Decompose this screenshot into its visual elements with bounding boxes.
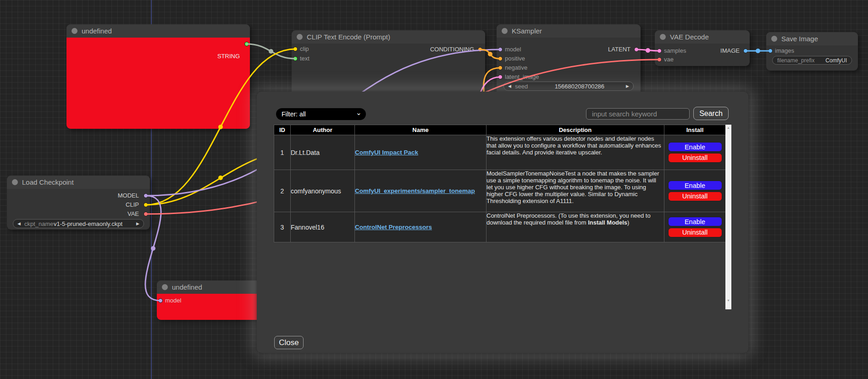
cell-name: ComfyUI Impact Pack	[355, 135, 487, 170]
link-midpoint-dot	[218, 176, 223, 180]
node-header: undefined	[157, 280, 262, 294]
output-label: MODEL	[118, 192, 139, 199]
collapse-dot-icon[interactable]	[297, 34, 303, 40]
cell-install: EnableUninstall	[664, 170, 726, 212]
input-label: samples	[664, 47, 686, 55]
input-label: negative	[505, 64, 527, 71]
cell-id: 3	[274, 212, 291, 242]
scrollbar-up-icon[interactable]: ▲	[725, 126, 731, 129]
collapse-dot-icon[interactable]	[771, 36, 777, 42]
link-midpoint-dot	[269, 49, 273, 54]
port-model-input[interactable]	[158, 298, 163, 303]
node-header: Load Checkpoint	[7, 176, 150, 189]
port-conditioning-output[interactable]	[478, 47, 482, 52]
output-label: IMAGE	[720, 47, 740, 55]
stepper-right-icon[interactable]: ▶	[136, 221, 139, 226]
extension-link[interactable]: ComfyUI Impact Pack	[355, 149, 418, 156]
port-positive-input[interactable]	[498, 56, 503, 61]
table-header-cell: Description	[487, 125, 664, 135]
close-button[interactable]: Close	[274, 336, 304, 349]
output-label: CONDITIONING	[430, 46, 474, 53]
enable-button[interactable]: Enable	[668, 142, 722, 152]
collapse-dot-icon[interactable]	[502, 28, 508, 34]
port-clip-output[interactable]	[144, 203, 148, 207]
input-label: images	[775, 47, 794, 55]
collapse-dot-icon[interactable]	[12, 179, 18, 185]
port-negative-input[interactable]	[498, 66, 503, 70]
node-title: KSampler	[512, 27, 542, 35]
stepper-left-icon[interactable]: ◀	[508, 84, 511, 88]
port-clip-input[interactable]	[293, 47, 298, 51]
comfyui-canvas[interactable]: undefined STRING CLIP Text Encode (Promp…	[0, 0, 868, 379]
seed-stepper[interactable]: ◀ seed 156680208700286 ▶	[503, 82, 634, 91]
widget-value: ComfyUI	[825, 57, 847, 64]
filter-select[interactable]: Filter: all	[276, 108, 366, 120]
input-label: latent_image	[505, 73, 539, 81]
port-latent-image-input[interactable]	[498, 75, 503, 79]
cell-author: Fannovel16	[291, 212, 355, 242]
table-header-cell: ID	[274, 125, 291, 135]
cell-id: 1	[274, 135, 291, 170]
input-label: model	[505, 46, 521, 53]
cell-description: ModelSamplerTonemapNoiseTest a node that…	[487, 170, 664, 212]
node-vae-decode[interactable]: VAE Decode samples vae IMAGE	[655, 30, 750, 66]
collapse-dot-icon[interactable]	[162, 284, 168, 290]
widget-value: 156680208700286	[555, 83, 604, 90]
uninstall-button[interactable]: Uninstall	[668, 153, 722, 163]
table-scrollbar[interactable]: ▲ ▼	[725, 125, 731, 309]
node-load-checkpoint[interactable]: Load Checkpoint MODEL CLIP VAE ◀ ckpt_na…	[7, 176, 150, 230]
input-label: vae	[664, 56, 674, 63]
node-title: CLIP Text Encode (Prompt)	[307, 33, 390, 41]
extension-link[interactable]: ComfyUI_experiments/sampler_tonemap	[355, 187, 475, 194]
search-input[interactable]	[586, 108, 690, 120]
cell-description: This extension offers various detector n…	[487, 135, 664, 170]
widget-label: ckpt_name	[24, 220, 54, 227]
node-title: Save Image	[781, 35, 818, 43]
port-model-output[interactable]	[144, 193, 148, 198]
node-header: VAE Decode	[655, 30, 750, 44]
input-label: positive	[505, 55, 525, 62]
node-undefined-top[interactable]: undefined STRING	[66, 24, 250, 129]
custom-nodes-dialog: Filter: all ⌄ Search IDAuthorNameDescrip…	[257, 92, 748, 353]
enable-button[interactable]: Enable	[668, 217, 722, 226]
node-title: undefined	[82, 27, 112, 35]
cell-install: EnableUninstall	[664, 135, 726, 170]
port-model-input[interactable]	[498, 47, 503, 52]
node-body-error: STRING	[66, 38, 250, 129]
enable-button[interactable]: Enable	[668, 181, 722, 190]
collapse-dot-icon[interactable]	[660, 34, 666, 40]
stepper-left-icon[interactable]: ◀	[17, 221, 21, 226]
collapse-dot-icon[interactable]	[72, 28, 77, 34]
node-ksampler[interactable]: KSampler model positive negative latent_…	[497, 24, 641, 98]
port-latent-output[interactable]	[634, 47, 639, 52]
uninstall-button[interactable]: Uninstall	[668, 192, 722, 201]
extension-link[interactable]: ControlNet Preprocessors	[355, 224, 432, 231]
extensions-table: IDAuthorNameDescriptionInstall 1Dr.Lt.Da…	[274, 125, 726, 242]
node-clip-text-encode[interactable]: CLIP Text Encode (Prompt) clip text COND…	[292, 30, 485, 99]
node-header: Save Image	[766, 32, 858, 45]
port-samples-input[interactable]	[657, 49, 662, 53]
widget-value: v1-5-pruned-emaonly.ckpt	[54, 220, 122, 227]
stepper-right-icon[interactable]: ▶	[626, 84, 629, 88]
port-text-input[interactable]	[293, 56, 298, 61]
node-save-image[interactable]: Save Image images filename_prefix ComfyU…	[766, 32, 858, 71]
uninstall-button[interactable]: Uninstall	[668, 228, 722, 237]
cell-install: EnableUninstall	[664, 212, 726, 242]
port-images-input[interactable]	[768, 49, 773, 53]
search-button[interactable]: Search	[693, 107, 729, 120]
port-image-output[interactable]	[743, 49, 748, 53]
link-midpoint-dot	[488, 52, 492, 56]
cell-name: ControlNet Preprocessors	[355, 212, 487, 242]
filename-prefix-field[interactable]: filename_prefix ComfyUI	[772, 56, 852, 65]
node-header: CLIP Text Encode (Prompt)	[292, 30, 485, 44]
port-vae-output[interactable]	[144, 212, 148, 216]
node-title: VAE Decode	[670, 33, 709, 41]
node-undefined-bottom[interactable]: undefined model	[157, 280, 262, 320]
scrollbar-down-icon[interactable]: ▼	[725, 299, 731, 302]
output-label: STRING	[217, 53, 240, 60]
widget-label: filename_prefix	[777, 57, 814, 64]
port-string-output[interactable]	[244, 42, 249, 46]
node-header: undefined	[66, 24, 250, 38]
port-vae-input[interactable]	[657, 57, 662, 62]
ckpt-name-selector[interactable]: ◀ ckpt_name v1-5-pruned-emaonly.ckpt ▶	[13, 219, 144, 228]
